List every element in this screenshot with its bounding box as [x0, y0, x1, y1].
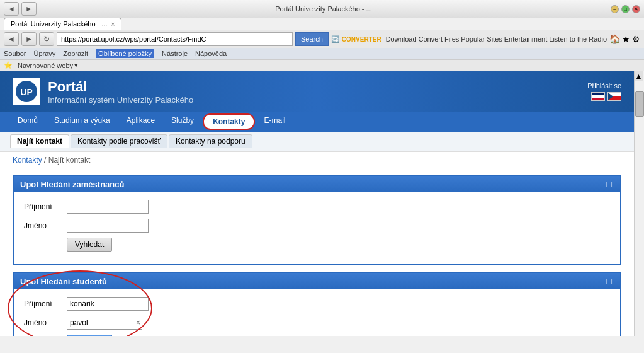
popular-sites-link[interactable]: Popular Sites — [461, 35, 502, 43]
breadcrumb: Kontakty / Najít kontakt — [0, 152, 634, 168]
portal-logo: UP Portál Informační systém Univerzity P… — [13, 78, 193, 105]
nav-kontakty[interactable]: Kontakty — [203, 113, 255, 130]
employee-firstname-row: Jméno — [24, 219, 610, 233]
employee-lastname-row: Příjmení — [24, 200, 610, 214]
sub-nav: Najít kontakt Kontakty podle pracovišť K… — [0, 132, 634, 152]
nav-email[interactable]: E-mail — [256, 112, 293, 132]
toolbar-icons: 🔄 CONVERTER Download Convert Files Popul… — [331, 35, 607, 43]
browser-forward-btn[interactable]: ► — [21, 2, 37, 16]
portal-title: Portál — [48, 79, 193, 95]
menu-bar: Soubor Úpravy Zobrazit Oblíbené položky … — [0, 48, 644, 60]
menu-soubor[interactable]: Soubor — [4, 50, 26, 57]
main-content: Upol Hledání zaměstnanců – □ Příjmení Jm… — [0, 168, 634, 336]
flag-uk[interactable] — [591, 92, 605, 101]
employee-btn-row: Vyhledat — [24, 238, 610, 252]
svg-text:UP: UP — [20, 87, 32, 97]
student-search-controls: – □ — [594, 276, 614, 286]
address-input[interactable] — [57, 32, 293, 46]
student-search-header: Upol Hledání studentů – □ — [14, 273, 620, 289]
download-link[interactable]: Download — [386, 35, 417, 43]
student-maximize-btn[interactable]: □ — [605, 276, 614, 286]
tab-label: Portál Univerzity Palackého - ... — [11, 20, 107, 28]
flag-cz[interactable] — [607, 92, 621, 101]
browser-action-icons: 🏠 ★ ⚙ — [609, 34, 640, 44]
scroll-up-btn[interactable]: ▲ — [635, 71, 643, 81]
menu-zobrazit[interactable]: Zobrazit — [63, 50, 88, 57]
sub-nav-find-contact[interactable]: Najít kontakt — [10, 134, 69, 148]
suggested-sites-item[interactable]: Navrhované weby ▾ — [18, 61, 78, 69]
close-btn[interactable]: ✕ — [632, 5, 640, 13]
employee-search-btn[interactable]: Vyhledat — [67, 238, 112, 252]
university-logo: UP — [13, 78, 40, 105]
student-search-title: Upol Hledání studentů — [20, 277, 107, 286]
search-button[interactable]: Search — [295, 32, 329, 46]
student-search-btn[interactable]: Vyhledat — [67, 335, 112, 336]
refresh-button[interactable]: ↻ — [39, 32, 54, 46]
sub-nav-support[interactable]: Kontakty na podporu — [169, 134, 252, 148]
employee-search-body: Příjmení Jméno Vyhledat — [14, 192, 620, 264]
clear-firstname-btn[interactable]: × — [136, 318, 140, 327]
flag-icons — [591, 92, 621, 101]
firstname-input-wrapper: × — [67, 316, 142, 330]
address-bar-row: ◄ ► ↻ Search 🔄 CONVERTER Download Conver… — [0, 30, 644, 48]
active-tab[interactable]: Portál Univerzity Palackého - ... × — [4, 18, 121, 30]
student-search-body: Příjmení Jméno × Vyh — [14, 289, 620, 336]
entertainment-link[interactable]: Entertainment — [504, 35, 547, 43]
browser-back-btn[interactable]: ◄ — [4, 2, 19, 16]
minimize-btn[interactable]: – — [611, 5, 619, 13]
login-label: Přihlásit se — [587, 82, 621, 90]
settings-icon[interactable]: ⚙ — [632, 34, 640, 44]
window-title: Portál Univerzity Palackého - ... — [275, 5, 371, 13]
home-icon[interactable]: 🏠 — [609, 34, 620, 44]
listen-radio-link[interactable]: Listen to the Radio — [549, 35, 607, 43]
maximize-btn[interactable]: □ — [621, 5, 630, 13]
convert-files-link[interactable]: Convert Files — [419, 35, 460, 43]
favorites-star[interactable]: ★ — [622, 34, 630, 44]
menu-oblibene[interactable]: Oblíbené položky — [96, 49, 154, 58]
employee-maximize-btn[interactable]: □ — [605, 179, 614, 189]
student-firstname-row: Jméno × — [24, 316, 610, 330]
portal-header: UP Portál Informační systém Univerzity P… — [0, 71, 634, 112]
breadcrumb-root[interactable]: Kontakty — [13, 156, 42, 165]
portal-title-block: Portál Informační systém Univerzity Pala… — [48, 79, 193, 105]
employee-lastname-input[interactable] — [67, 200, 149, 214]
employee-search-title: Upol Hledání zaměstnanců — [20, 180, 124, 189]
nav-domu[interactable]: Domů — [10, 112, 45, 132]
converter-icon: 🔄 — [331, 35, 340, 43]
student-btn-row: Vyhledat — [24, 335, 610, 336]
back-button[interactable]: ◄ — [4, 32, 19, 46]
forward-button[interactable]: ► — [21, 32, 37, 46]
login-area: Přihlásit se — [587, 82, 621, 101]
student-minimize-btn[interactable]: – — [594, 276, 602, 286]
nav-aplikace[interactable]: Aplikace — [119, 112, 162, 132]
title-bar-left: ◄ ► — [4, 2, 37, 16]
student-firstname-input[interactable] — [67, 316, 142, 330]
student-lastname-row: Příjmení — [24, 297, 610, 311]
student-search-wrapper: Upol Hledání studentů – □ Příjmení — [13, 272, 621, 336]
menu-nastroje[interactable]: Nástroje — [162, 50, 188, 57]
nav-studium[interactable]: Studium a výuka — [47, 112, 118, 132]
menu-napoveda[interactable]: Nápověda — [195, 50, 227, 57]
student-lastname-input[interactable] — [67, 297, 149, 311]
favorites-bar: ⭐ Navrhované weby ▾ — [0, 60, 644, 71]
title-bar: ◄ ► Portál Univerzity Palackého - ... – … — [0, 0, 644, 18]
employee-minimize-btn[interactable]: – — [594, 179, 602, 189]
employee-search-box: Upol Hledání zaměstnanců – □ Příjmení Jm… — [13, 175, 621, 265]
student-search-box: Upol Hledání studentů – □ Příjmení — [13, 272, 621, 336]
sub-nav-by-workplace[interactable]: Kontakty podle pracovišť — [71, 134, 167, 148]
menu-upravy[interactable]: Úpravy — [33, 50, 55, 57]
sub-nav-find-label: Najít kontakt — [17, 137, 62, 146]
sub-nav-workplace-label: Kontakty podle pracovišť — [77, 137, 161, 146]
employee-firstname-input[interactable] — [67, 219, 149, 233]
scrollbar[interactable]: ▲ — [634, 71, 644, 336]
portal-nav: Domů Studium a výuka Aplikace Služby Kon… — [0, 112, 634, 132]
student-lastname-label: Příjmení — [24, 299, 62, 308]
employee-search-header: Upol Hledání zaměstnanců – □ — [14, 176, 620, 192]
employee-firstname-label: Jméno — [24, 221, 62, 230]
converter-label: CONVERTER — [342, 36, 381, 43]
suggested-sites-chevron: ▾ — [74, 61, 78, 69]
scroll-thumb[interactable] — [635, 91, 644, 117]
nav-sluzby[interactable]: Služby — [164, 112, 201, 132]
tab-close-btn[interactable]: × — [111, 21, 115, 28]
student-firstname-label: Jméno — [24, 318, 62, 327]
